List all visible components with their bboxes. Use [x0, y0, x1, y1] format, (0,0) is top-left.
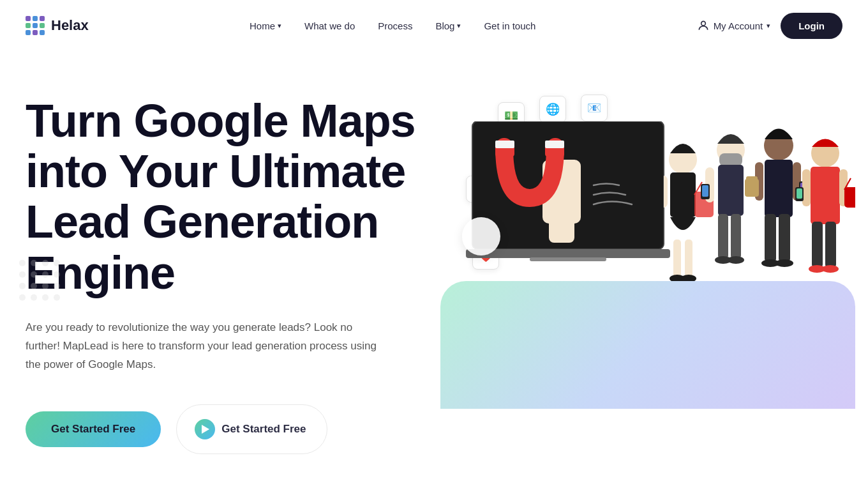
svg-point-48: [822, 265, 839, 273]
nav-item-what-we-do[interactable]: What we do: [304, 20, 355, 31]
brand-name: Helax: [51, 17, 89, 34]
get-started-secondary-button[interactable]: Get Started Free: [179, 408, 321, 451]
svg-rect-11: [670, 172, 696, 217]
svg-rect-12: [673, 240, 681, 278]
hero-right: 💵 🌐 📧 🛒 ❤️: [434, 89, 855, 409]
chevron-down-icon: ▾: [767, 22, 770, 30]
svg-rect-53: [844, 187, 855, 208]
nav-link-home[interactable]: Home ▾: [250, 20, 281, 31]
hero-left: Turn Google Maps into Your Ultimate Lead…: [26, 89, 434, 454]
play-triangle-icon: [202, 425, 209, 434]
svg-rect-24: [718, 214, 728, 259]
nav-item-process[interactable]: Process: [378, 20, 412, 31]
svg-rect-52: [797, 188, 802, 199]
svg-rect-8: [466, 249, 670, 258]
nav-link-process[interactable]: Process: [378, 20, 412, 31]
svg-rect-41: [745, 179, 759, 197]
navbar: Helax Home ▾ What we do Process Blog ▾: [0, 0, 868, 51]
svg-rect-9: [530, 257, 606, 261]
svg-point-27: [728, 256, 744, 264]
decorative-dots: [19, 260, 60, 301]
svg-point-0: [701, 21, 705, 26]
play-icon: [195, 419, 215, 439]
logo-grid-icon: [26, 16, 45, 35]
svg-rect-44: [811, 167, 840, 224]
hero-title: Turn Google Maps into Your Ultimate Lead…: [26, 96, 434, 298]
glow-circle: [462, 217, 500, 255]
svg-rect-13: [685, 240, 692, 278]
nav-link-contact[interactable]: Get in touch: [484, 20, 535, 31]
svg-rect-3: [549, 211, 574, 243]
globe-icon: 🌐: [539, 96, 566, 123]
get-started-primary-button[interactable]: Get Started Free: [26, 411, 161, 447]
gradient-blob: [440, 281, 855, 409]
chevron-down-icon: ▾: [457, 22, 461, 30]
hero-buttons: Get Started Free Get Started Free: [26, 404, 434, 454]
svg-rect-49: [802, 169, 811, 206]
email-icon: 📧: [581, 95, 608, 121]
svg-rect-30: [702, 185, 708, 197]
user-icon: [697, 19, 710, 32]
my-account-link[interactable]: My Account ▾: [697, 19, 771, 32]
svg-rect-45: [812, 222, 823, 268]
get-started-secondary-wrapper: Get Started Free: [176, 404, 327, 454]
svg-rect-42: [746, 176, 758, 181]
nav-item-blog[interactable]: Blog ▾: [435, 20, 461, 31]
nav-item-home[interactable]: Home ▾: [250, 20, 281, 31]
nav-link-what-we-do[interactable]: What we do: [304, 20, 355, 31]
nav-item-contact[interactable]: Get in touch: [484, 20, 535, 31]
laptop-illustration: [466, 121, 683, 287]
svg-rect-25: [731, 214, 741, 259]
nav-links: Home ▾ What we do Process Blog ▾ Get in …: [250, 20, 535, 31]
svg-rect-33: [765, 214, 776, 262]
svg-rect-23: [718, 165, 744, 216]
svg-rect-16: [664, 176, 668, 208]
chevron-down-icon: ▾: [278, 22, 281, 30]
svg-rect-34: [779, 214, 790, 262]
hero-section: Turn Google Maps into Your Ultimate Lead…: [0, 51, 868, 488]
svg-rect-7: [545, 141, 564, 148]
svg-point-36: [775, 259, 793, 267]
hero-subtitle: Are you ready to revolutionize the way y…: [26, 319, 383, 374]
nav-link-blog[interactable]: Blog ▾: [435, 20, 461, 31]
svg-rect-46: [825, 222, 836, 268]
svg-rect-22: [719, 153, 742, 166]
svg-rect-32: [765, 160, 793, 217]
svg-rect-6: [495, 141, 514, 148]
nav-right: My Account ▾ Login: [697, 13, 842, 39]
logo[interactable]: Helax: [26, 16, 89, 35]
login-button[interactable]: Login: [781, 13, 842, 39]
